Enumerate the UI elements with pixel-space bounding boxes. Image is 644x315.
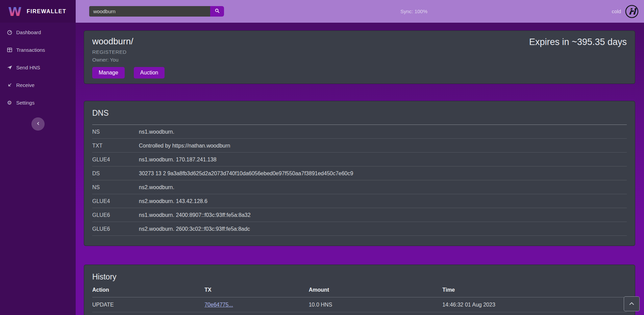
auction-button[interactable]: Auction: [134, 67, 165, 78]
sidebar-item-label: Send HNS: [16, 65, 40, 70]
domain-status: REGISTERED: [92, 49, 627, 55]
dns-record-value: ns1.woodburn.: [139, 129, 627, 135]
dns-record-row: TXTControlled by https://nathan.woodburn: [92, 139, 627, 153]
sidebar-item-label: Receive: [16, 82, 34, 88]
dns-card: DNS NSns1.woodburn.TXTControlled by http…: [84, 101, 635, 246]
topbar: Sync: 100% cold H: [76, 0, 644, 23]
main-content: woodburn/ REGISTERED Owner: You Manage A…: [76, 23, 644, 315]
handshake-logo-icon: H: [624, 4, 639, 19]
dns-record-value: 30273 13 2 9a3a8fb3d625d2a2073d740f10da6…: [139, 170, 627, 177]
scroll-top-button[interactable]: [624, 296, 640, 311]
search-bar: [89, 6, 224, 17]
dns-record-value: ns2.woodburn.: [139, 184, 627, 190]
svg-text:W: W: [8, 5, 22, 18]
wallet-mode-badge: cold: [612, 8, 621, 14]
history-time: 14:46:32 01 Aug 2023: [442, 301, 627, 308]
dns-record-value: Controlled by https://nathan.woodburn: [139, 142, 627, 149]
dns-record-type: NS: [92, 184, 139, 190]
dns-record-type: GLUE6: [92, 226, 139, 232]
wallet-indicator[interactable]: cold H: [612, 0, 639, 23]
app-logo: W FIREWALLET: [0, 0, 76, 23]
sidebar-nav: Dashboard Transactions Send HNS Receive …: [0, 23, 76, 111]
history-title: History: [92, 272, 627, 282]
dns-record-row: GLUE4ns2.woodburn. 143.42.128.6: [92, 194, 627, 208]
dns-record-value: ns1.woodburn. 170.187.241.138: [139, 156, 627, 163]
dns-record-type: GLUE4: [92, 198, 139, 204]
firewallet-logo-icon: W: [7, 5, 22, 18]
sidebar-item-send-hns[interactable]: Send HNS: [0, 59, 76, 76]
sidebar-item-label: Transactions: [16, 47, 45, 53]
history-amount: 10.0 HNS: [309, 301, 443, 308]
search-icon: [215, 8, 220, 15]
dns-record-type: GLUE6: [92, 212, 139, 218]
history-header-row: Action TX Amount Time: [92, 284, 627, 297]
history-row: RENEWd73e9c2...10.0 HNS15:15:26 27 Jul 2…: [92, 312, 627, 315]
sidebar-collapse-button[interactable]: [31, 117, 45, 131]
dns-record-row: GLUE6ns1.woodburn. 2400:8907::f03c:93ff:…: [92, 208, 627, 222]
dns-record-value: ns2.woodburn. 143.42.128.6: [139, 198, 627, 204]
dns-record-type: DS: [92, 170, 139, 177]
dns-record-value: ns1.woodburn. 2400:8907::f03c:93ff:fe5a:…: [139, 212, 627, 218]
sidebar: W FIREWALLET Dashboard Transactions Send…: [0, 0, 76, 315]
sidebar-item-dashboard[interactable]: Dashboard: [0, 23, 76, 41]
dns-record-row: GLUE6ns2.woodburn. 2600:3c02::f03c:93ff:…: [92, 222, 627, 236]
search-button[interactable]: [210, 6, 224, 17]
sync-status: Sync: 100%: [400, 0, 427, 23]
paper-plane-icon: [6, 64, 13, 70]
history-header-action: Action: [92, 287, 204, 293]
dns-record-type: NS: [92, 129, 139, 135]
brand-name: FIREWALLET: [27, 8, 66, 15]
domain-card: woodburn/ REGISTERED Owner: You Manage A…: [84, 30, 635, 84]
history-table: UPDATE70e64775...10.0 HNS14:46:32 01 Aug…: [92, 297, 627, 315]
sidebar-item-label: Dashboard: [16, 29, 41, 35]
sidebar-item-transactions[interactable]: Transactions: [0, 41, 76, 59]
search-input[interactable]: [89, 6, 210, 17]
dns-title: DNS: [92, 109, 627, 118]
chevron-left-icon: [36, 121, 40, 127]
dns-record-row: GLUE4ns1.woodburn. 170.187.241.138: [92, 153, 627, 166]
table-icon: [6, 47, 13, 53]
receive-arrow-icon: [6, 82, 13, 88]
dns-record-value: ns2.woodburn. 2600:3c02::f03c:93ff:fe5a:…: [139, 226, 627, 232]
gear-icon: ⚙: [6, 99, 13, 106]
dns-record-row: NSns1.woodburn.: [92, 125, 627, 139]
domain-expiry: Expires in ~395.35 days: [529, 37, 627, 47]
sidebar-item-receive[interactable]: Receive: [0, 76, 76, 94]
history-header-time: Time: [442, 287, 627, 293]
history-action: UPDATE: [92, 301, 204, 308]
domain-owner: Owner: You: [92, 57, 627, 63]
dns-record-row: NSns2.woodburn.: [92, 180, 627, 194]
tx-link[interactable]: 70e64775...: [204, 302, 233, 308]
history-header-amount: Amount: [309, 287, 443, 293]
domain-actions: Manage Auction: [92, 67, 627, 78]
dns-record-type: TXT: [92, 142, 139, 149]
history-header-tx: TX: [204, 287, 308, 293]
sidebar-item-settings[interactable]: ⚙ Settings: [0, 94, 76, 111]
dns-record-row: DS30273 13 2 9a3a8fb3d625d2a2073d740f10d…: [92, 166, 627, 180]
manage-button[interactable]: Manage: [92, 67, 125, 78]
history-card: History Action TX Amount Time UPDATE70e6…: [84, 265, 635, 315]
dns-record-type: GLUE4: [92, 156, 139, 163]
gauge-icon: [6, 29, 13, 35]
chevron-up-icon: [629, 301, 634, 307]
dns-table: NSns1.woodburn.TXTControlled by https://…: [92, 125, 627, 236]
history-row: UPDATE70e64775...10.0 HNS14:46:32 01 Aug…: [92, 297, 627, 312]
sidebar-item-label: Settings: [16, 100, 34, 106]
